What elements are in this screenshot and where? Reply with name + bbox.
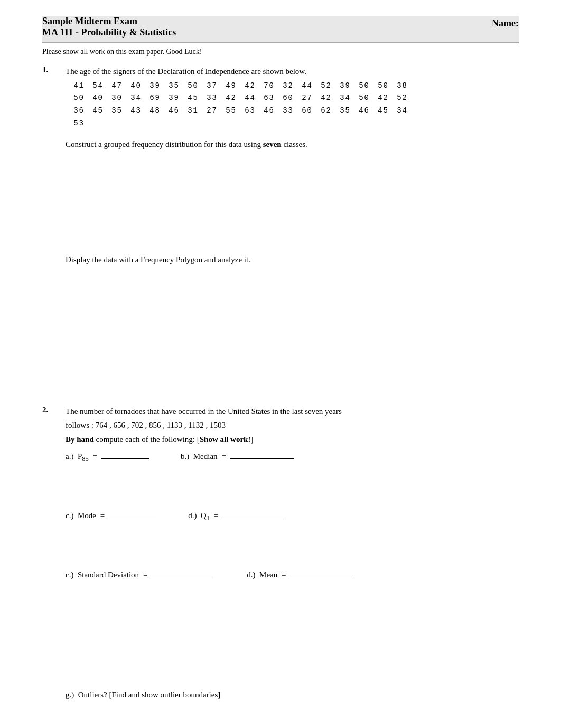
d2c8: 33 (199, 92, 218, 105)
g-label: g.) Outliers? [Find and show outlier bou… (66, 690, 220, 699)
answer-c2-stddev: c.) Standard Deviation = (66, 569, 215, 579)
d2c18: 52 (389, 92, 408, 105)
exam-title: Sample Midterm Exam (42, 16, 176, 27)
question-2: 2. The number of tornadoes that have occ… (42, 406, 519, 700)
answer-row-c2d2: c.) Standard Deviation = d.) Mean = (66, 569, 519, 579)
d3c17: 45 (370, 105, 389, 117)
d-q1-label: d.) Q1 (188, 511, 210, 522)
d3c18: 34 (389, 105, 408, 117)
d1c16: 50 (351, 80, 370, 93)
d1c2: 54 (85, 80, 104, 93)
space-polygon2 (66, 302, 519, 334)
d1c9: 49 (218, 80, 237, 93)
d1c4: 40 (123, 80, 142, 93)
compute-text: compute each of the following: [ (96, 435, 200, 444)
a-answer-line (101, 450, 149, 459)
c2-eq: = (141, 570, 147, 579)
a-sub: 85 (82, 455, 89, 463)
data-row-4: 53 (66, 117, 519, 130)
course-subtitle: MA 111 - Probability & Statistics (42, 27, 176, 38)
d3c11: 46 (256, 105, 275, 117)
d2c4: 34 (123, 92, 142, 105)
question-2-number: 2. (42, 406, 57, 700)
space-c2d2 (66, 589, 519, 621)
answer-b: b.) Median = (181, 450, 294, 461)
data-row-2: 50 40 30 34 69 39 45 33 42 44 63 60 27 4… (66, 92, 519, 105)
answer-d-q1: d.) Q1 = (188, 510, 286, 522)
data-grid-q1: 41 54 47 40 39 35 50 37 49 42 70 32 44 5… (66, 80, 519, 130)
d3c12: 33 (275, 105, 294, 117)
d3c3: 35 (104, 105, 123, 117)
c2-label: c.) Standard Deviation (66, 570, 139, 579)
d3c14: 62 (313, 105, 332, 117)
question-1-number: 1. (42, 66, 57, 397)
d2c7: 45 (180, 92, 199, 105)
construct-text: Construct a grouped frequency distributi… (66, 139, 519, 151)
d1c15: 39 (332, 80, 351, 93)
data-row-1: 41 54 47 40 39 35 50 37 49 42 70 32 44 5… (66, 80, 519, 93)
construct-text-part2: classes. (283, 140, 307, 149)
d2c1: 50 (66, 92, 85, 105)
d1c17: 50 (370, 80, 389, 93)
d3c6: 46 (161, 105, 180, 117)
d3c10: 63 (237, 105, 256, 117)
d1c18: 38 (389, 80, 408, 93)
space-polygon3 (66, 334, 519, 365)
construct-text-part1: Construct a grouped frequency distributi… (66, 140, 261, 149)
instructions: Please show all work on this exam paper.… (42, 48, 519, 56)
c-mode-eq: = (98, 511, 105, 520)
c-mode-answer-line (109, 510, 156, 518)
d2c2: 40 (85, 92, 104, 105)
a-eq: = (91, 452, 97, 461)
header-left: Sample Midterm Exam MA 111 - Probability… (42, 16, 176, 38)
d2-label: d.) Mean (247, 570, 277, 579)
space-polygon4 (66, 365, 519, 397)
polygon-text: Display the data with a Frequency Polygo… (66, 254, 519, 266)
page: Sample Midterm Exam MA 111 - Probability… (0, 0, 561, 728)
show-work-bold: Show all work! (200, 435, 251, 444)
by-hand-line: By hand compute each of the following: [… (66, 434, 519, 446)
b-answer-line (230, 450, 294, 459)
d1c3: 47 (104, 80, 123, 93)
question-1-content: The age of the signers of the Declaratio… (66, 66, 519, 397)
space-after-construct3 (66, 218, 519, 250)
space-polygon1 (66, 270, 519, 302)
space-cd (66, 532, 519, 564)
name-label: Name: (492, 16, 519, 29)
d1c14: 52 (313, 80, 332, 93)
d2-eq: = (279, 570, 286, 579)
d2c11: 63 (256, 92, 275, 105)
d1c11: 70 (256, 80, 275, 93)
question-1: 1. The age of the signers of the Declara… (42, 66, 519, 397)
d2c15: 34 (332, 92, 351, 105)
d1c8: 37 (199, 80, 218, 93)
d2c10: 44 (237, 92, 256, 105)
d2c14: 42 (313, 92, 332, 105)
space-after-construct (66, 154, 519, 186)
space-c2d2-3 (66, 652, 519, 684)
d1c10: 42 (237, 80, 256, 93)
d3c8: 27 (199, 105, 218, 117)
d1c5: 39 (142, 80, 161, 93)
by-hand-bold: By hand (66, 435, 94, 444)
c-mode-label: c.) Mode (66, 511, 96, 520)
d1c7: 50 (180, 80, 199, 93)
b-eq: = (220, 452, 226, 461)
d2c3: 30 (104, 92, 123, 105)
d-q1-sub: 1 (207, 514, 210, 522)
d2c6: 39 (161, 92, 180, 105)
answer-d2-mean: d.) Mean = (247, 569, 353, 579)
d-q1-answer-line (222, 510, 286, 518)
d2c16: 50 (351, 92, 370, 105)
question-1-intro: The age of the signers of the Declaratio… (66, 66, 519, 78)
question-2-intro: The number of tornadoes that have occurr… (66, 406, 519, 418)
tornado-data-line: follows : 764 , 656 , 702 , 856 , 1133 ,… (66, 419, 519, 431)
d3c2: 45 (85, 105, 104, 117)
space-c2d2-2 (66, 621, 519, 652)
d3c4: 43 (123, 105, 142, 117)
space-ab (66, 473, 519, 504)
question-2-content: The number of tornadoes that have occurr… (66, 406, 519, 700)
header: Sample Midterm Exam MA 111 - Probability… (42, 16, 519, 43)
c2-answer-line (152, 569, 215, 577)
answer-g: g.) Outliers? [Find and show outlier bou… (66, 690, 519, 699)
